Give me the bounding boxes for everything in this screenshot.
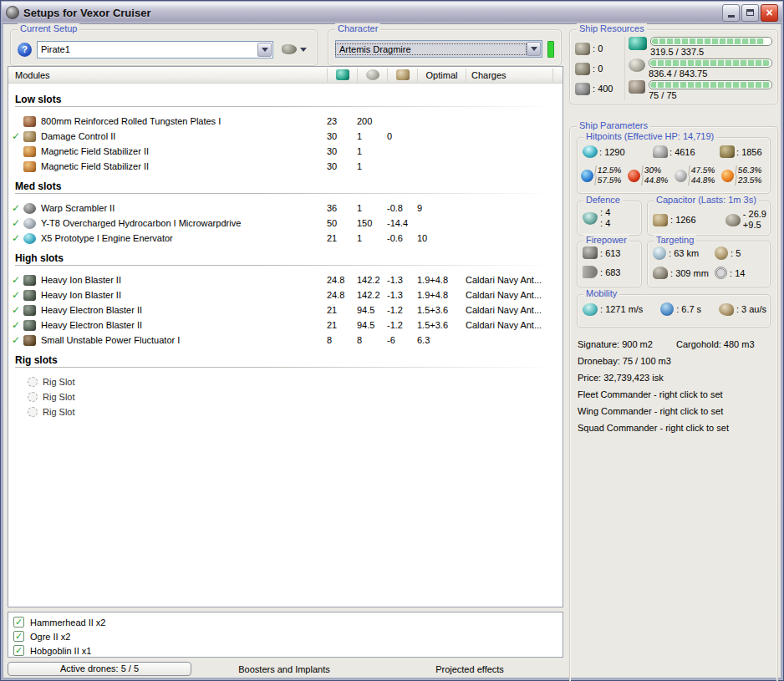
turret-hardpoints-value: 0 (593, 43, 603, 53)
current-setup-group: Current Setup ? Pirate1 (10, 29, 318, 66)
targeting-group: Targeting 63 km 5 309 mm 14 (647, 241, 771, 287)
explosive-resist-icon (628, 170, 640, 182)
module-row[interactable]: Magnetic Field Stabilizer II 30 1 (8, 159, 563, 174)
capacitor-recharge: +9.5 (743, 220, 766, 231)
module-row[interactable]: X5 Prototype I Engine Enervator 21 1 -0.… (8, 231, 563, 246)
blaster-icon (23, 320, 36, 331)
tab-active-drones[interactable]: Active drones: 5 / 5 (8, 662, 191, 676)
module-row[interactable]: Heavy Electron Blaster II 21 94.5 -1.2 1… (8, 318, 563, 333)
character-group: Character Artemis Dragmire (328, 29, 562, 66)
module-row[interactable]: Y-T8 Overcharged Hydrocarbon I Microwarp… (8, 216, 563, 231)
module-row[interactable]: Heavy Ion Blaster II 24.8 142.2 -1.3 1.9… (8, 272, 563, 287)
chevron-down-icon[interactable] (257, 43, 272, 57)
max-targets-icon (715, 246, 728, 260)
app-icon (6, 6, 19, 19)
ship-resources-group: Ship Resources 0 0 400 319.5 / 337.5 (569, 29, 778, 104)
firepower-label: Firepower (583, 235, 629, 245)
drone-checkbox[interactable] (13, 617, 24, 628)
active-check-icon (12, 305, 20, 315)
blaster-icon (23, 305, 36, 316)
active-check-icon (12, 335, 20, 345)
hitpoints-group: Hitpoints (Effective HP: 14,719) 1290 46… (577, 137, 771, 194)
drone-checkbox[interactable] (13, 645, 24, 656)
check-icon (15, 645, 23, 656)
explosive-armor-resist: 44.8% (641, 175, 669, 185)
tab-boosters-implants[interactable]: Boosters and Implants (191, 664, 377, 674)
magnetic-stabilizer-icon (23, 146, 36, 157)
ship-parameters-group: Ship Parameters Hitpoints (Effective HP:… (569, 126, 778, 681)
module-row[interactable]: Magnetic Field Stabilizer II 30 1 (8, 144, 563, 159)
powergrid-usage-value: 836.4 / 843.75 (649, 69, 772, 79)
launcher-hardpoints-value: 0 (593, 64, 603, 74)
rig-slot-row[interactable]: Rig Slot (8, 404, 563, 419)
character-select-value: Artemis Dragmire (336, 44, 526, 54)
cpu-icon (336, 69, 349, 80)
defence-shield-icon (583, 212, 598, 225)
bottom-tabs: Active drones: 5 / 5 Boosters and Implan… (8, 661, 563, 677)
ship-parameters-label: Ship Parameters (577, 120, 650, 130)
drone-label: Hammerhead II x2 (30, 617, 105, 628)
drone-row[interactable]: Ogre II x2 (13, 629, 563, 643)
module-row[interactable]: Small Unstable Power Fluctuator I 8 8 -6… (8, 333, 563, 348)
warp-scrambler-icon (23, 203, 36, 214)
section-header-low-slots: Low slots (15, 94, 563, 105)
active-check-icon (12, 290, 20, 300)
price-value: Price: 32,739,423 isk (578, 369, 773, 386)
eft-window: Setups for Vexor Cruiser × Current Setup… (0, 0, 784, 681)
character-select[interactable]: Artemis Dragmire (335, 40, 542, 58)
minimize-icon (728, 15, 735, 18)
minimize-button[interactable] (722, 4, 740, 22)
rig-slot-row[interactable]: Rig Slot (8, 389, 563, 404)
tab-projected-effects[interactable]: Projected effects (377, 664, 563, 674)
defence-value-1: 4 (600, 207, 610, 218)
chevron-down-icon (300, 48, 307, 52)
module-row[interactable]: Damage Control II 30 1 0 (8, 129, 563, 144)
current-setup-label: Current Setup (18, 23, 79, 33)
character-label: Character (335, 23, 380, 33)
titlebar[interactable]: Setups for Vexor Cruiser × (2, 2, 782, 24)
maximize-icon (746, 9, 754, 16)
drone-row[interactable]: Hammerhead II x2 (13, 615, 563, 629)
powergrid-bar (649, 58, 772, 68)
module-row[interactable]: Heavy Electron Blaster II 21 94.5 -1.2 1… (8, 302, 563, 318)
capacitor-icon (396, 69, 410, 80)
scan-resolution-value: 309 mm (670, 268, 709, 278)
em-armor-resist: 57.5% (594, 175, 622, 185)
capacitor-recharge-icon (725, 214, 741, 226)
rig-slot-icon (28, 407, 38, 417)
module-row[interactable]: 800mm Reinforced Rolled Tungsten Plates … (8, 114, 563, 129)
drone-dps-value: 683 (600, 267, 620, 277)
modules-header: Modules Optimal Charges (8, 67, 563, 84)
close-button[interactable]: × (761, 4, 778, 22)
maximize-button[interactable] (741, 4, 759, 22)
active-check-icon (12, 203, 20, 213)
ship-menu-button[interactable] (278, 40, 310, 58)
squad-commander-setter[interactable]: Squad Commander - right click to set (578, 419, 773, 436)
dronebay-info-value: Dronebay: 75 / 100 m3 (578, 353, 773, 369)
scan-resolution-icon (653, 267, 668, 279)
cpu-usage-value: 319.5 / 337.5 (650, 47, 772, 57)
drone-label: Ogre II x2 (30, 632, 70, 642)
capacitor-drain: - 26.9 (743, 209, 766, 220)
drone-row[interactable]: Hobgoblin II x1 (13, 643, 563, 658)
armor-hp-icon (653, 145, 668, 158)
ship-info-block: Signature: 900 m2 Cargohold: 480 m3 Dron… (578, 336, 773, 436)
capacitor-amount: 1266 (670, 215, 696, 225)
dronebay-bar (649, 80, 772, 89)
structure-hp-value: 1856 (736, 147, 762, 157)
character-status-indicator (547, 41, 554, 58)
defence-label: Defence (583, 195, 623, 205)
setup-select[interactable]: Pirate1 (37, 41, 273, 58)
wing-commander-setter[interactable]: Wing Commander - right click to set (578, 403, 773, 419)
chevron-down-icon[interactable] (527, 42, 541, 56)
rig-slot-row[interactable]: Rig Slot (8, 374, 563, 389)
active-check-icon (12, 233, 20, 243)
ship-resources-label: Ship Resources (577, 23, 647, 33)
signature-value: Signature: 900 m2 (578, 336, 676, 353)
modules-header-title: Modules (8, 70, 327, 80)
module-row[interactable]: Heavy Ion Blaster II 24.8 142.2 -1.3 1.9… (8, 287, 563, 302)
fleet-commander-setter[interactable]: Fleet Commander - right click to set (578, 386, 773, 403)
module-row[interactable]: Warp Scrambler II 36 1 -0.8 9 (8, 201, 563, 216)
help-icon[interactable]: ? (18, 43, 32, 57)
drone-checkbox[interactable] (13, 631, 24, 642)
